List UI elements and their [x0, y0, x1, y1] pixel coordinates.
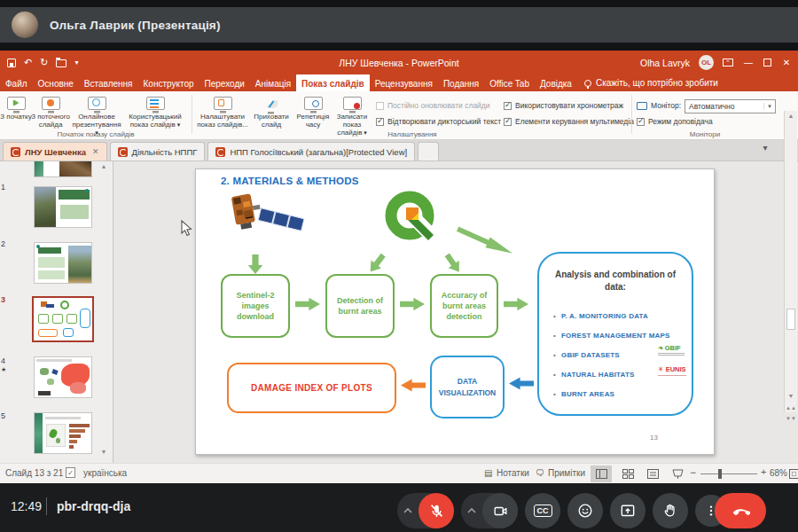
tab-design[interactable]: Конструктор	[138, 74, 200, 91]
vertical-scrollbar[interactable]: ▲ ▼ ▲▲ ▼▼	[784, 111, 797, 412]
mic-off-button[interactable]	[419, 493, 454, 528]
thumbnail-scroll-down-icon[interactable]: ▼	[97, 449, 111, 455]
arrow-down-icon	[247, 254, 263, 274]
reactions-button[interactable]	[567, 493, 603, 528]
slide-thumbnail-13-selected[interactable]	[32, 296, 94, 342]
smiley-icon	[576, 502, 594, 520]
tab-file[interactable]: Файл	[0, 74, 33, 91]
tab-close-icon[interactable]: ✕	[92, 147, 99, 156]
monitor-dropdown[interactable]: Автоматично ▾	[685, 99, 776, 113]
checkbox-keep-slides-updated[interactable]: Постійно оновлювати слайди	[376, 101, 490, 110]
slide-thumbnail-15[interactable]	[34, 412, 92, 454]
scroll-down-icon[interactable]: ▼	[785, 393, 797, 399]
normal-view-button[interactable]	[591, 466, 612, 482]
tab-help[interactable]: Довідка	[535, 74, 577, 91]
slideshow-view-button[interactable]	[667, 466, 688, 482]
damage-index-box[interactable]: DAMAGE INDEX OF PLOTS	[227, 363, 396, 413]
spellcheck-icon[interactable]: ✓	[66, 467, 75, 478]
checkbox-use-timings[interactable]: Використовувати хронометраж	[504, 101, 623, 110]
flow-box-sentinel[interactable]: Sentinel-2 images download	[221, 274, 290, 338]
scrollbar-thumb[interactable]	[786, 309, 795, 330]
language-indicator[interactable]: українська	[83, 468, 127, 478]
checkbox-media-controls[interactable]: Елементи керування мультимедіа	[504, 117, 634, 126]
next-slide-button[interactable]: ▼▼	[785, 416, 797, 421]
slide-sorter-view-button[interactable]	[617, 466, 638, 482]
custom-slideshow-button[interactable]: Користувацький показ слайдів	[122, 97, 188, 129]
mic-options-chevron[interactable]	[397, 493, 419, 528]
tab-review[interactable]: Рецензування	[370, 74, 438, 91]
doc-tab-active[interactable]: ЛНУ Шевченка ✕	[3, 142, 107, 160]
raise-hand-button[interactable]	[653, 493, 688, 528]
doc-tab-2[interactable]: Діяльність НППГ	[110, 142, 206, 160]
minimize-button[interactable]: —	[742, 58, 755, 67]
from-beginning-button[interactable]: З початку	[0, 97, 32, 121]
redo-icon[interactable]: ↻	[40, 58, 48, 67]
camera-options-chevron[interactable]	[461, 493, 482, 528]
slide-thumbnail-12[interactable]	[34, 242, 92, 284]
doc-tab-3[interactable]: НПП Голосіївський (загальна)[Protected V…	[207, 142, 415, 160]
arrow-down-left-icon	[364, 251, 388, 277]
analysis-item: FOREST MANAGEMENT MAPS	[553, 332, 670, 340]
flow-box-accuracy[interactable]: Accuracy of burnt areas detection	[430, 274, 498, 338]
qgis-logo[interactable]	[382, 189, 444, 253]
thumbnail-scroll-up-icon[interactable]: ▲	[97, 163, 111, 169]
group-label-start: Початок показу слайдів	[4, 130, 188, 138]
reading-view-button[interactable]	[642, 466, 663, 482]
account-name[interactable]: Olha Lavryk	[640, 58, 690, 68]
tab-animations[interactable]: Анімація	[250, 74, 296, 91]
camera-button[interactable]	[482, 493, 518, 528]
hide-slide-button[interactable]: Приховати слайд	[250, 97, 293, 129]
previous-slide-button[interactable]: ▲▲	[785, 405, 797, 411]
flow-box-detection[interactable]: Detection of burnt areas	[325, 274, 395, 338]
thumbnail-number: 1	[1, 183, 10, 192]
from-current-slide-button[interactable]: З поточного слайда	[28, 97, 73, 129]
rehearse-timings-button[interactable]: Репетиція часу	[294, 97, 332, 129]
tab-officetab[interactable]: Office Tab	[484, 74, 535, 91]
slide-canvas[interactable]: 2. MATERIALS & METHODS	[195, 168, 715, 455]
ribbon-display-options-icon[interactable]: ⌃	[723, 59, 733, 66]
tell-me-box[interactable]: Скажіть, що потрібно зробити	[577, 74, 725, 91]
tab-transitions[interactable]: Переходи	[200, 74, 250, 91]
checkbox-play-narrations[interactable]: Відтворювати дикторський текст	[376, 117, 501, 126]
tab-insert[interactable]: Вставлення	[79, 74, 138, 91]
new-tab-button[interactable]	[418, 142, 439, 160]
restore-button[interactable]	[763, 59, 771, 66]
fit-slide-to-window-icon[interactable]	[789, 469, 798, 479]
setup-slideshow-button[interactable]: Налаштувати показ слайдів...	[197, 97, 248, 129]
slide-thumbnail-partial[interactable]	[34, 161, 92, 177]
analysis-box[interactable]: Analysis and combination of data: P. A. …	[537, 252, 693, 416]
tab-home[interactable]: Основне	[33, 74, 79, 91]
clock: 12:49	[11, 499, 42, 513]
ppt-titlebar: ↶ ↻ ▾ ЛНУ Шевченка - PowerPoint Olha Lav…	[0, 51, 798, 74]
undo-icon[interactable]: ↶	[24, 58, 32, 67]
ppt-file-icon	[118, 147, 128, 157]
comments-button[interactable]: Примітки	[548, 468, 585, 478]
captions-button[interactable]: CC	[525, 493, 560, 528]
zoom-slider-track[interactable]	[700, 473, 757, 474]
zoom-out-button[interactable]: −	[690, 466, 696, 479]
present-screen-button[interactable]	[610, 493, 645, 528]
slide-thumbnail-14[interactable]	[34, 356, 92, 398]
notes-button[interactable]: Нотатки	[497, 468, 529, 478]
present-screen-icon	[619, 502, 637, 520]
slide-thumbnail-11[interactable]	[34, 186, 92, 228]
open-icon[interactable]	[56, 59, 66, 67]
zoom-percentage[interactable]: 68%	[770, 468, 787, 478]
thumbnail-number: 2	[1, 239, 10, 248]
scroll-up-icon[interactable]: ▲	[785, 113, 797, 119]
close-button[interactable]: ✕	[780, 58, 793, 67]
checkbox-presenter-view[interactable]: Режим доповідача	[637, 117, 713, 126]
slide-title[interactable]: 2. MATERIALS & METHODS	[221, 176, 359, 186]
tab-view[interactable]: Подання	[438, 74, 484, 91]
tab-list-dropdown-icon[interactable]: ▾	[763, 143, 768, 153]
zoom-in-button[interactable]: +	[761, 466, 766, 477]
customize-qat-icon[interactable]: ▾	[74, 59, 78, 66]
data-visualization-box[interactable]: DATA VISUALIZATION	[430, 356, 505, 419]
hang-up-button[interactable]	[715, 493, 766, 528]
sentinel-satellite-image[interactable]	[223, 191, 308, 253]
zoom-slider-thumb[interactable]	[718, 469, 722, 479]
account-avatar[interactable]: OL	[699, 55, 714, 70]
save-icon[interactable]	[7, 59, 16, 67]
camera-icon	[492, 503, 509, 520]
tab-slideshow[interactable]: Показ слайдів	[296, 74, 370, 91]
